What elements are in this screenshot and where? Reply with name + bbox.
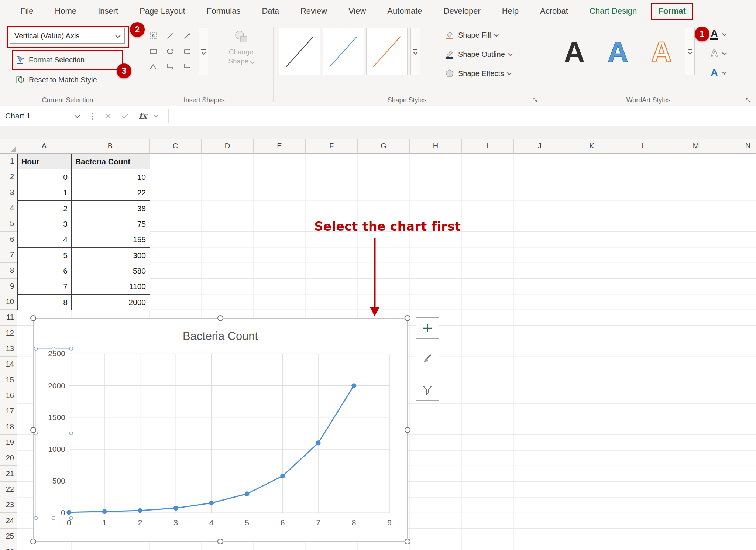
menu-tab-insert[interactable]: Insert xyxy=(87,0,129,22)
column-header-G[interactable]: G xyxy=(358,139,410,154)
cancel-button[interactable] xyxy=(100,106,116,126)
shape-style-preview-1[interactable] xyxy=(279,28,320,75)
table-cell[interactable]: 22 xyxy=(72,185,150,201)
insert-function-button[interactable]: fx xyxy=(135,106,151,126)
row-header-3[interactable]: 3 xyxy=(0,185,17,200)
column-header-K[interactable]: K xyxy=(566,139,618,154)
table-cell[interactable]: 1 xyxy=(18,185,72,201)
row-header-17[interactable]: 17 xyxy=(0,403,17,419)
row-header-11[interactable]: 11 xyxy=(0,310,17,325)
row-header-25[interactable]: 25 xyxy=(0,529,17,544)
table-cell[interactable]: 0 xyxy=(18,169,72,185)
table-cell[interactable]: 4 xyxy=(18,232,72,248)
row-header-1[interactable]: 1 xyxy=(0,154,17,169)
chart-resize-handle-s[interactable] xyxy=(217,539,223,544)
row-header-15[interactable]: 15 xyxy=(0,372,17,388)
table-cell[interactable]: 2000 xyxy=(72,295,150,310)
table-cell[interactable]: 1100 xyxy=(72,279,150,295)
chart-resize-handle-sw[interactable] xyxy=(30,539,36,544)
column-header-M[interactable]: M xyxy=(670,139,722,154)
table-cell[interactable]: 7 xyxy=(18,279,72,295)
shape-oval[interactable] xyxy=(162,44,179,59)
insert-function-dropdown[interactable] xyxy=(151,106,161,126)
text-outline-button[interactable]: A xyxy=(709,47,726,61)
row-header-20[interactable]: 20 xyxy=(0,450,17,466)
reset-to-match-style-button[interactable]: Reset to Match Style xyxy=(16,73,97,87)
menu-tab-data[interactable]: Data xyxy=(251,0,289,22)
table-cell[interactable]: 155 xyxy=(72,232,150,248)
menu-tab-file[interactable]: File xyxy=(10,0,44,22)
wordart-style-orange-outline[interactable]: A xyxy=(641,28,682,75)
shape-fill-button[interactable]: Shape Fill xyxy=(445,28,498,42)
column-header-C[interactable]: C xyxy=(150,139,202,154)
shape-styles-dialog-launcher[interactable] xyxy=(532,97,538,103)
column-header-B[interactable]: B xyxy=(71,139,150,154)
menu-tab-automate[interactable]: Automate xyxy=(377,0,433,22)
table-cell[interactable]: 38 xyxy=(72,201,150,216)
column-header-L[interactable]: L xyxy=(618,139,670,154)
column-header-F[interactable]: F xyxy=(306,139,358,154)
table-cell[interactable]: 2 xyxy=(18,201,72,216)
table-header-cell[interactable]: Hour xyxy=(18,154,72,169)
wordart-styles-dialog-launcher[interactable] xyxy=(745,97,752,103)
shape-elbow-connector[interactable] xyxy=(162,59,179,75)
shape-elbow-arrow-connector[interactable] xyxy=(179,59,196,75)
wordart-styles-more-button[interactable] xyxy=(685,28,695,75)
chart-resize-handle-nw[interactable] xyxy=(30,315,36,321)
table-cell[interactable]: 75 xyxy=(72,216,150,232)
table-cell[interactable]: 6 xyxy=(18,263,72,279)
chart-resize-handle-se[interactable] xyxy=(405,539,410,544)
table-header-cell[interactable]: Bacteria Count xyxy=(72,154,150,169)
column-header-N[interactable]: N xyxy=(722,139,756,154)
column-header-E[interactable]: E xyxy=(254,139,306,154)
row-header-10[interactable]: 10 xyxy=(0,294,17,310)
menu-tab-view[interactable]: View xyxy=(338,0,377,22)
menu-tab-home[interactable]: Home xyxy=(44,0,87,22)
shape-triangle[interactable] xyxy=(145,59,162,75)
table-cell[interactable]: 300 xyxy=(72,248,150,263)
column-header-J[interactable]: J xyxy=(514,139,566,154)
shape-rounded-rectangle[interactable] xyxy=(179,44,196,59)
shape-style-preview-3[interactable] xyxy=(366,28,408,75)
menu-tab-formulas[interactable]: Formulas xyxy=(196,0,251,22)
row-header-2[interactable]: 2 xyxy=(0,169,17,185)
column-header-I[interactable]: I xyxy=(462,139,514,154)
menu-tab-format[interactable]: Format xyxy=(647,0,697,22)
chart-resize-handle-n[interactable] xyxy=(217,315,223,321)
column-header-H[interactable]: H xyxy=(410,139,462,154)
menu-tab-page-layout[interactable]: Page Layout xyxy=(129,0,196,22)
text-fill-button[interactable]: A xyxy=(709,27,726,41)
table-cell[interactable]: 5 xyxy=(18,248,72,263)
shape-outline-button[interactable]: Shape Outline xyxy=(445,47,512,61)
shape-styles-more-button[interactable] xyxy=(410,28,420,75)
row-header-16[interactable]: 16 xyxy=(0,388,17,403)
wordart-style-blue[interactable]: A xyxy=(597,28,639,75)
shape-line-arrow[interactable] xyxy=(179,28,196,44)
menu-tab-help[interactable]: Help xyxy=(491,0,529,22)
change-shape-button[interactable]: Change Shape xyxy=(216,29,266,66)
row-header-23[interactable]: 23 xyxy=(0,497,17,513)
column-header-D[interactable]: D xyxy=(202,139,254,154)
shape-effects-button[interactable]: Shape Effects xyxy=(445,66,511,80)
menu-tab-acrobat[interactable]: Acrobat xyxy=(529,0,579,22)
row-header-8[interactable]: 8 xyxy=(0,263,17,278)
row-header-26[interactable]: 26 xyxy=(0,544,17,550)
row-header-19[interactable]: 19 xyxy=(0,435,17,450)
wordart-style-black[interactable]: A xyxy=(554,28,595,75)
table-cell[interactable]: 8 xyxy=(18,295,72,310)
row-header-14[interactable]: 14 xyxy=(0,357,17,372)
chart-resize-handle-e[interactable] xyxy=(405,427,410,433)
shape-line[interactable] xyxy=(162,28,179,44)
chart-resize-handle-ne[interactable] xyxy=(405,315,410,321)
format-selection-button[interactable]: Format Selection xyxy=(16,53,85,67)
chart-object[interactable]: 050010001500200025000123456789Bacteria C… xyxy=(33,318,408,542)
menu-tab-developer[interactable]: Developer xyxy=(433,0,491,22)
menu-tab-review[interactable]: Review xyxy=(290,0,338,22)
menu-tab-chart-design[interactable]: Chart Design xyxy=(579,0,647,22)
formula-input[interactable] xyxy=(170,106,756,126)
row-header-18[interactable]: 18 xyxy=(0,419,17,434)
shape-rectangle[interactable] xyxy=(145,44,162,59)
select-all-corner[interactable] xyxy=(0,139,17,154)
table-cell[interactable]: 10 xyxy=(72,169,150,185)
row-header-21[interactable]: 21 xyxy=(0,466,17,481)
